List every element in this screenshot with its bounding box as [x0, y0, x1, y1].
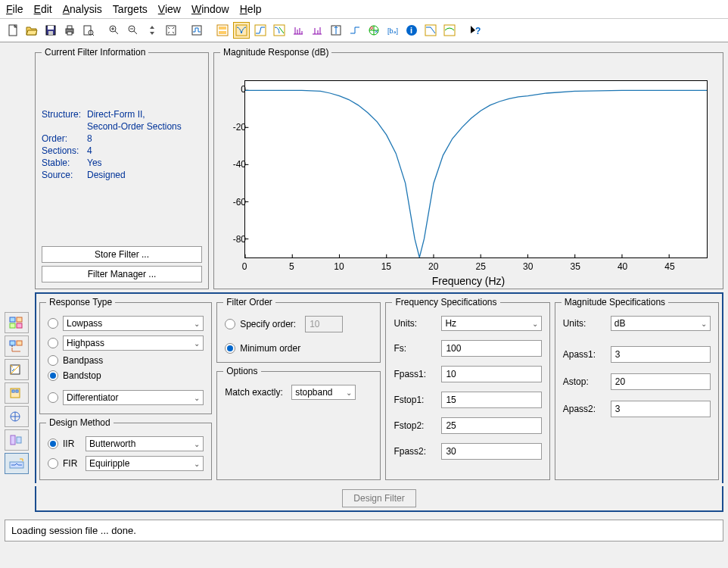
astop-label: Astop: — [563, 376, 605, 387]
full-view-icon[interactable] — [214, 22, 231, 39]
mode-6-icon[interactable] — [5, 429, 29, 451]
magnitude-est-icon[interactable] — [422, 22, 439, 39]
mag-units-combo[interactable]: dB — [611, 316, 711, 331]
mode-3-icon[interactable] — [5, 359, 29, 380]
phase-delay-icon[interactable] — [309, 22, 325, 39]
iir-label: IIR — [63, 438, 81, 449]
order-value: 8 — [87, 133, 202, 144]
coefficients-icon[interactable]: [bₐ] — [384, 22, 401, 39]
mode-4-icon[interactable] — [5, 382, 29, 404]
apass1-input[interactable]: 3 — [611, 346, 711, 363]
filter-manager-button[interactable]: Filter Manager ... — [42, 266, 202, 282]
print-icon[interactable] — [61, 22, 78, 39]
zoom-in-icon[interactable] — [106, 22, 123, 39]
lowpass-radio[interactable] — [48, 318, 58, 329]
design-method-panel: Design Method IIRButterworth FIREquiripp… — [39, 417, 212, 480]
specify-order-label: Specify order: — [240, 319, 300, 329]
mode-2-icon[interactable] — [5, 335, 29, 357]
x-tick: 20 — [428, 261, 438, 272]
sections-label: Sections: — [42, 145, 87, 156]
bandpass-radio[interactable] — [48, 355, 58, 366]
context-help-icon[interactable]: ? — [467, 22, 484, 39]
store-filter-button[interactable]: Store Filter ... — [42, 246, 202, 263]
design-filter-button[interactable]: Design Filter — [342, 489, 415, 507]
mode-5-icon[interactable] — [5, 406, 29, 427]
differentiator-radio[interactable] — [48, 392, 58, 403]
mag-response-icon[interactable] — [233, 22, 250, 39]
zoom-fit-icon[interactable] — [163, 22, 179, 39]
svg-rect-51 — [11, 435, 15, 445]
y-tick: 0 — [222, 84, 246, 95]
fstop2-input[interactable]: 25 — [441, 417, 541, 434]
bandstop-radio[interactable] — [48, 370, 58, 381]
magnitude-response-panel: Magnitude Response (dB) Magnitude (dB) F… — [213, 47, 723, 289]
menu-help[interactable]: Help — [240, 3, 262, 15]
specify-order-radio[interactable] — [225, 319, 235, 329]
fpass2-label: Fpass2: — [394, 446, 435, 457]
svg-rect-39 — [17, 317, 22, 322]
fpass1-input[interactable]: 10 — [441, 366, 541, 382]
open-icon[interactable] — [23, 22, 40, 39]
freq-units-combo[interactable]: Hz — [441, 316, 541, 331]
apass2-input[interactable]: 3 — [611, 401, 711, 417]
print-preview-icon[interactable] — [80, 22, 97, 39]
menu-view[interactable]: View — [158, 3, 181, 15]
fir-radio[interactable] — [48, 458, 58, 469]
svg-rect-40 — [10, 323, 15, 328]
fir-combo[interactable]: Equiripple — [86, 456, 204, 471]
differentiator-combo[interactable]: Differentiator — [63, 390, 204, 405]
menu-targets[interactable]: Targets — [113, 3, 148, 15]
svg-rect-46 — [12, 390, 14, 392]
filter-specs-icon[interactable] — [188, 22, 205, 39]
svg-text:×: × — [375, 28, 378, 35]
order-label: Order: — [42, 133, 87, 144]
step-icon[interactable] — [347, 22, 363, 39]
svg-rect-43 — [17, 341, 22, 345]
zoom-out-icon[interactable] — [125, 22, 142, 39]
highpass-combo[interactable]: Highpass — [63, 335, 204, 351]
mode-1-icon[interactable] — [5, 312, 29, 333]
sections-value: 4 — [87, 145, 202, 156]
menu-file[interactable]: File — [6, 3, 23, 15]
minimum-order-radio[interactable] — [225, 343, 235, 354]
svg-rect-41 — [17, 323, 22, 328]
zoom-y-icon[interactable] — [144, 22, 160, 39]
structure-label: Structure: — [42, 109, 87, 120]
fs-input[interactable]: 100 — [441, 340, 541, 357]
highpass-radio[interactable] — [48, 338, 58, 348]
fstop1-input[interactable]: 15 — [441, 392, 541, 408]
astop-input[interactable]: 20 — [611, 373, 711, 390]
menu-window[interactable]: Window — [191, 3, 229, 15]
iir-combo[interactable]: Butterworth — [86, 436, 204, 451]
mag-response-title: Magnitude Response (dB) — [220, 47, 331, 58]
group-delay-icon[interactable] — [290, 22, 306, 39]
pole-zero-icon[interactable]: × — [366, 22, 382, 39]
freq-units-label: Units: — [394, 318, 435, 329]
menu-analysis[interactable]: Analysis — [63, 3, 102, 15]
filter-order-title: Filter Order — [223, 297, 275, 307]
svg-text:[bₐ]: [bₐ] — [387, 27, 398, 35]
info-icon[interactable]: i — [403, 22, 420, 39]
bandpass-label: Bandpass — [63, 355, 103, 366]
phase-response-icon[interactable] — [252, 22, 269, 39]
fstop2-label: Fstop2: — [394, 420, 435, 431]
y-tick: -60 — [222, 197, 246, 208]
new-icon[interactable] — [5, 22, 21, 39]
svg-rect-2 — [48, 26, 54, 30]
round-off-icon[interactable] — [441, 22, 458, 39]
x-tick: 5 — [289, 261, 294, 272]
fir-label: FIR — [63, 458, 81, 469]
fpass2-input[interactable]: 30 — [441, 443, 541, 460]
menu-edit[interactable]: Edit — [34, 3, 52, 15]
toolbar: × [bₐ] i ? — [0, 19, 728, 42]
save-icon[interactable] — [42, 22, 59, 39]
mode-7-icon[interactable] — [5, 453, 29, 474]
svg-rect-52 — [17, 437, 21, 443]
impulse-icon[interactable] — [328, 22, 344, 39]
match-exactly-label: Match exactly: — [225, 387, 285, 398]
mag-phase-icon[interactable] — [271, 22, 288, 39]
lowpass-combo[interactable]: Lowpass — [63, 316, 204, 331]
source-label: Source: — [42, 170, 87, 180]
match-exactly-combo[interactable]: stopband — [291, 385, 356, 400]
iir-radio[interactable] — [48, 438, 58, 449]
